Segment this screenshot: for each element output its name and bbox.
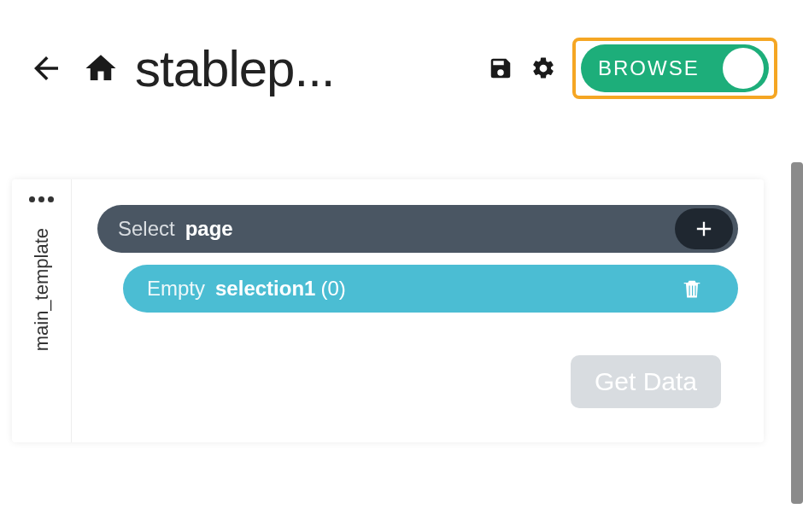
scrollbar[interactable] [791,162,803,504]
selection-row[interactable]: Empty selection1 (0) [123,265,738,313]
plus-icon [692,217,716,241]
browse-toggle-highlight: BROWSE [572,38,777,99]
add-button[interactable] [675,208,733,249]
select-target: page [185,217,233,241]
home-icon [83,50,119,86]
select-command-row[interactable]: Select page [97,205,738,253]
arrow-left-icon [28,50,64,86]
header-right-group: BROWSE [487,38,777,99]
dot-icon [38,196,44,202]
toggle-label: BROWSE [598,56,723,80]
app-header: stablep... BROWSE [0,0,803,137]
back-button[interactable] [26,48,67,89]
select-prefix: Select [118,217,175,241]
header-left-group: stablep... [26,39,473,98]
get-data-button[interactable]: Get Data [571,355,721,408]
dot-icon [29,196,35,202]
selection-count: (0) [320,277,345,301]
save-icon [488,56,513,81]
save-button[interactable] [487,55,514,82]
main-area: main_template Select page Empty selectio… [0,137,803,532]
selection-name: selection1 [215,277,315,301]
selection-prefix: Empty [147,277,205,301]
gear-icon [530,56,556,81]
panel-body: Select page Empty selection1 (0) Get Dat… [72,179,764,442]
template-panel: main_template Select page Empty selectio… [12,179,764,442]
side-tab: main_template [12,179,72,442]
browse-toggle[interactable]: BROWSE [581,44,769,92]
template-tab-label[interactable]: main_template [31,228,53,351]
delete-selection-button[interactable] [677,273,707,304]
trash-icon [680,277,704,301]
settings-button[interactable] [530,55,557,82]
dot-icon [48,196,54,202]
page-title: stablep... [135,39,335,98]
home-button[interactable] [80,48,121,89]
more-menu[interactable] [29,196,54,202]
toggle-knob [723,48,764,89]
